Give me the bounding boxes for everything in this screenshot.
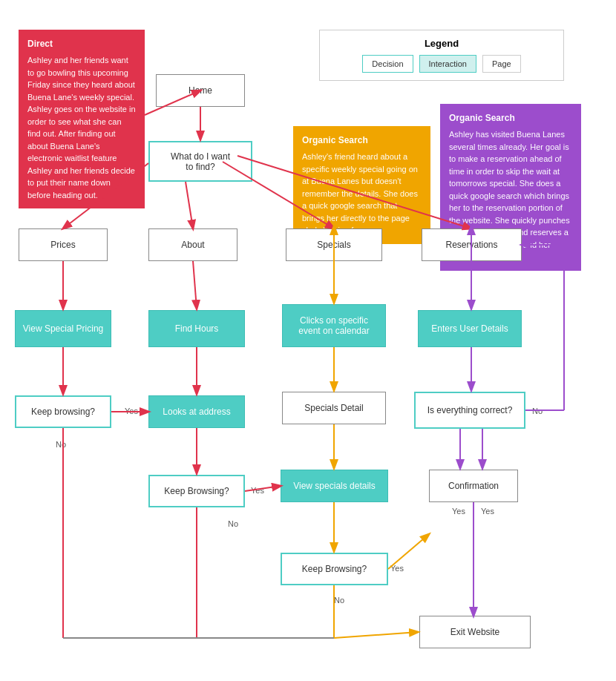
node-is-correct: Is everything correct? xyxy=(414,392,525,429)
canvas: Legend Decision Interaction Page Direct … xyxy=(0,0,616,681)
node-find-hours: Find Hours xyxy=(148,310,245,347)
legend-title: Legend xyxy=(331,38,552,49)
node-what: What do I want to find? xyxy=(148,141,252,182)
legend-items: Decision Interaction Page xyxy=(331,55,552,73)
label-yes3: Yes xyxy=(390,564,404,573)
node-specials-detail: Specials Detail xyxy=(282,392,386,424)
node-keep-browsing3: Keep Browsing? xyxy=(281,553,388,585)
svg-line-31 xyxy=(334,632,418,638)
legend-decision: Decision xyxy=(362,55,413,73)
node-prices: Prices xyxy=(19,228,108,261)
legend: Legend Decision Interaction Page xyxy=(319,30,564,81)
svg-line-9 xyxy=(193,261,197,309)
node-exit-website: Exit Website xyxy=(419,616,531,648)
svg-line-3 xyxy=(186,182,193,228)
node-enters-user: Enters User Details xyxy=(418,310,522,347)
label-no2: No xyxy=(228,519,238,528)
node-home: Home xyxy=(156,74,245,107)
legend-interaction: Interaction xyxy=(419,55,476,73)
node-confirmation: Confirmation xyxy=(429,470,518,502)
label-yes1: Yes xyxy=(125,407,138,415)
label-yes2: Yes xyxy=(251,486,264,495)
label-yes5: Yes xyxy=(481,507,494,516)
node-keep-browsing2: Keep Browsing? xyxy=(148,475,245,507)
node-view-special: View Special Pricing xyxy=(15,310,111,347)
node-clicks-event: Clicks on specific event on calendar xyxy=(282,304,386,347)
context-organic1: Organic Search Ashley's friend heard abo… xyxy=(293,126,430,244)
label-yes4: Yes xyxy=(452,507,465,516)
context-direct: Direct Ashley and her friends want to go… xyxy=(19,30,145,208)
node-view-specials-details: View specials details xyxy=(281,470,388,502)
node-looks-address: Looks at address xyxy=(148,395,245,428)
label-no4: No xyxy=(532,407,543,415)
label-no1: No xyxy=(56,440,66,449)
node-about: About xyxy=(148,228,237,261)
node-keep-browsing1: Keep browsing? xyxy=(15,395,111,428)
node-reservations: Reservations xyxy=(422,228,522,261)
legend-page: Page xyxy=(482,55,521,73)
node-specials: Specials xyxy=(286,228,382,261)
label-no3: No xyxy=(334,596,344,605)
